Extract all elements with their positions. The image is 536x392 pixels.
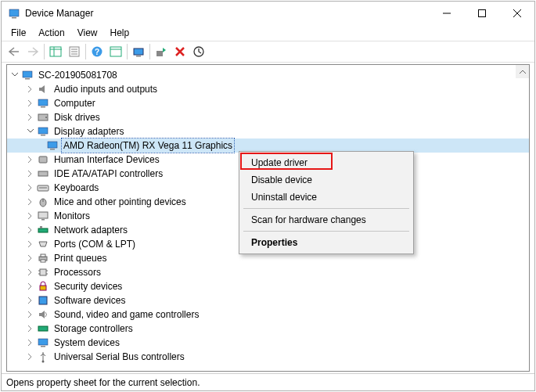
menu-bar: File Action View Help: [2, 25, 534, 41]
svg-rect-32: [38, 171, 48, 176]
category-display[interactable]: Display adapters: [7, 124, 529, 138]
expand-icon[interactable]: [26, 310, 35, 319]
node-label: Sound, video and game controllers: [52, 307, 200, 322]
node-label: Monitors: [52, 209, 92, 223]
menu-action[interactable]: Action: [32, 26, 70, 40]
scan-hardware-button[interactable]: [129, 42, 148, 61]
category-disk[interactable]: Disk drives: [7, 110, 529, 124]
expand-icon[interactable]: [26, 324, 35, 333]
toolbar-separator: [149, 44, 150, 59]
svg-rect-0: [9, 9, 19, 16]
show-hide-tree-button[interactable]: [46, 42, 65, 61]
toolbar-separator: [127, 44, 128, 59]
help-button[interactable]: ?: [88, 42, 106, 61]
expand-icon[interactable]: [26, 225, 35, 235]
toolbar-separator: [85, 44, 86, 59]
category-storage[interactable]: Storage controllers: [7, 322, 529, 336]
category-cpu[interactable]: Processors: [7, 265, 529, 279]
app-icon: [8, 7, 20, 20]
svg-rect-19: [156, 51, 163, 56]
expand-icon[interactable]: [26, 85, 35, 94]
usb-icon: [37, 351, 49, 363]
category-security[interactable]: Security devices: [7, 279, 529, 293]
sysdev-icon: [37, 336, 49, 349]
category-sysdev[interactable]: System devices: [7, 336, 529, 350]
node-label: Ports (COM & LPT): [52, 237, 137, 251]
title-bar[interactable]: Device Manager: [2, 2, 534, 25]
window-controls: [429, 2, 534, 25]
svg-rect-27: [38, 128, 48, 134]
menu-disable-device[interactable]: Disable device: [242, 171, 411, 189]
minimize-button[interactable]: [429, 2, 464, 25]
cpu-icon: [37, 266, 49, 279]
svg-text:?: ?: [95, 48, 99, 56]
menu-help[interactable]: Help: [104, 26, 136, 40]
properties-button[interactable]: [65, 42, 84, 61]
disk-icon: [37, 111, 49, 124]
uninstall-button[interactable]: [171, 42, 189, 61]
expand-icon[interactable]: [26, 155, 35, 164]
svg-rect-18: [136, 56, 141, 57]
category-usb[interactable]: Universal Serial Bus controllers: [7, 350, 529, 364]
scroll-up-button[interactable]: [516, 65, 529, 78]
node-label: Audio inputs and outputs: [52, 82, 159, 96]
expand-icon[interactable]: [26, 239, 35, 249]
expand-icon[interactable]: [26, 282, 35, 291]
device-manager-window: Device Manager File Action View Help ?: [1, 1, 535, 391]
expand-icon[interactable]: [26, 169, 35, 178]
maximize-button[interactable]: [464, 2, 499, 25]
node-label: Universal Serial Bus controllers: [52, 350, 186, 364]
node-label: Human Interface Devices: [52, 153, 161, 167]
display-icon: [46, 139, 59, 152]
node-label: Storage controllers: [52, 322, 135, 336]
display-icon: [37, 125, 49, 138]
menu-uninstall-device[interactable]: Uninstall device: [242, 189, 411, 206]
close-button[interactable]: [499, 2, 534, 25]
svg-rect-44: [40, 269, 46, 275]
status-bar: Opens property sheet for the current sel…: [2, 373, 534, 390]
menu-file[interactable]: File: [5, 26, 32, 40]
sound-icon: [37, 308, 49, 321]
update-driver-button[interactable]: [152, 42, 171, 61]
expand-icon[interactable]: [26, 197, 35, 207]
ide-icon: [37, 167, 49, 180]
expand-icon[interactable]: [26, 268, 35, 277]
tree-panel[interactable]: SC-201905081708 Audio inputs and outputs…: [6, 64, 530, 372]
context-menu: Update driver Disable device Uninstall d…: [239, 151, 414, 254]
node-label: Processors: [52, 265, 103, 279]
node-label: AMD Radeon(TM) RX Vega 11 Graphics: [62, 138, 234, 153]
expand-icon[interactable]: [26, 211, 35, 221]
menu-view[interactable]: View: [71, 26, 104, 40]
back-button[interactable]: [5, 42, 23, 61]
svg-rect-52: [38, 339, 48, 345]
category-software[interactable]: Software devices: [7, 293, 529, 307]
category-audio[interactable]: Audio inputs and outputs: [7, 82, 529, 96]
toolbar-separator: [44, 44, 45, 59]
category-sound[interactable]: Sound, video and game controllers: [7, 307, 529, 322]
expand-icon[interactable]: [26, 99, 35, 108]
svg-rect-3: [478, 10, 485, 17]
expand-icon[interactable]: [26, 352, 35, 361]
collapse-icon[interactable]: [10, 70, 20, 80]
menu-properties[interactable]: Properties: [242, 234, 411, 251]
expand-icon[interactable]: [26, 338, 35, 347]
node-label: Disk drives: [52, 110, 102, 124]
svg-rect-31: [39, 156, 47, 163]
expand-icon[interactable]: [26, 254, 35, 263]
disable-button[interactable]: [189, 42, 208, 61]
menu-scan-hardware[interactable]: Scan for hardware changes: [242, 211, 411, 228]
forward-button[interactable]: [23, 42, 42, 61]
audio-icon: [37, 83, 49, 95]
hid-icon: [37, 153, 49, 166]
mouse-icon: [37, 196, 49, 208]
svg-rect-28: [41, 135, 45, 136]
category-computer[interactable]: Computer: [7, 96, 529, 110]
svg-rect-40: [40, 226, 42, 228]
menu-update-driver[interactable]: Update driver: [242, 154, 411, 171]
collapse-icon[interactable]: [26, 127, 35, 136]
root-node[interactable]: SC-201905081708: [7, 68, 529, 82]
expand-icon[interactable]: [26, 113, 35, 122]
expand-icon[interactable]: [26, 183, 35, 192]
expand-icon[interactable]: [26, 296, 35, 305]
action-button[interactable]: [106, 42, 125, 61]
